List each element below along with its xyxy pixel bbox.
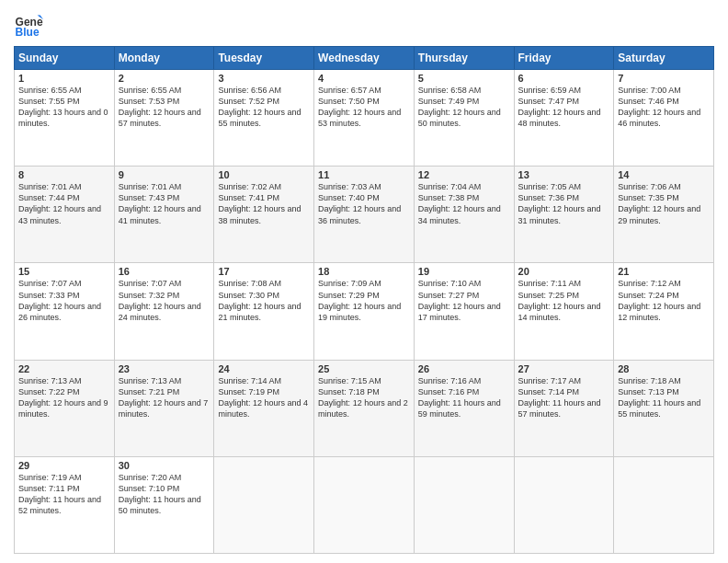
calendar-cell: 26Sunrise: 7:16 AMSunset: 7:16 PMDayligh… — [414, 360, 514, 456]
day-number: 27 — [518, 363, 610, 374]
calendar-cell — [314, 456, 415, 553]
cell-info: Sunrise: 7:08 AMSunset: 7:30 PMDaylight:… — [218, 279, 301, 321]
calendar-cell: 19Sunrise: 7:10 AMSunset: 7:27 PMDayligh… — [414, 263, 514, 360]
calendar-cell: 7Sunrise: 7:00 AMSunset: 7:46 PMDaylight… — [614, 70, 714, 167]
calendar-header-cell: Tuesday — [214, 47, 314, 70]
cell-info: Sunrise: 7:07 AMSunset: 7:32 PMDaylight:… — [119, 279, 201, 321]
calendar-cell: 14Sunrise: 7:06 AMSunset: 7:35 PMDayligh… — [614, 167, 714, 263]
day-number: 10 — [218, 169, 310, 180]
calendar-cell: 29Sunrise: 7:19 AMSunset: 7:11 PMDayligh… — [15, 456, 115, 553]
cell-info: Sunrise: 7:02 AMSunset: 7:41 PMDaylight:… — [218, 182, 301, 224]
calendar-cell — [414, 456, 514, 553]
calendar-cell: 30Sunrise: 7:20 AMSunset: 7:10 PMDayligh… — [114, 456, 214, 553]
cell-info: Sunrise: 7:13 AMSunset: 7:21 PMDaylight:… — [119, 376, 209, 419]
day-number: 29 — [18, 460, 110, 471]
day-number: 17 — [218, 266, 310, 277]
calendar-header-cell: Thursday — [414, 47, 514, 70]
day-number: 5 — [418, 73, 510, 84]
svg-text:Blue: Blue — [16, 26, 40, 39]
calendar: SundayMondayTuesdayWednesdayThursdayFrid… — [14, 46, 714, 554]
calendar-cell: 12Sunrise: 7:04 AMSunset: 7:38 PMDayligh… — [414, 167, 514, 263]
calendar-cell: 11Sunrise: 7:03 AMSunset: 7:40 PMDayligh… — [314, 167, 415, 263]
day-number: 15 — [18, 266, 110, 277]
day-number: 19 — [418, 266, 510, 277]
calendar-cell: 15Sunrise: 7:07 AMSunset: 7:33 PMDayligh… — [15, 263, 115, 360]
day-number: 12 — [418, 169, 510, 180]
calendar-cell: 25Sunrise: 7:15 AMSunset: 7:18 PMDayligh… — [314, 360, 415, 456]
cell-info: Sunrise: 7:12 AMSunset: 7:24 PMDaylight:… — [618, 279, 700, 321]
day-number: 18 — [318, 266, 410, 277]
day-number: 30 — [119, 460, 210, 471]
day-number: 4 — [318, 73, 410, 84]
calendar-cell: 10Sunrise: 7:02 AMSunset: 7:41 PMDayligh… — [214, 167, 314, 263]
cell-info: Sunrise: 7:03 AMSunset: 7:40 PMDaylight:… — [318, 182, 401, 224]
calendar-cell: 9Sunrise: 7:01 AMSunset: 7:43 PMDaylight… — [114, 167, 214, 263]
day-number: 14 — [618, 169, 710, 180]
cell-info: Sunrise: 6:59 AMSunset: 7:47 PMDaylight:… — [518, 86, 601, 128]
calendar-week-row: 22Sunrise: 7:13 AMSunset: 7:22 PMDayligh… — [15, 360, 714, 456]
cell-info: Sunrise: 7:16 AMSunset: 7:16 PMDaylight:… — [418, 376, 501, 419]
day-number: 26 — [418, 363, 510, 374]
calendar-cell: 4Sunrise: 6:57 AMSunset: 7:50 PMDaylight… — [314, 70, 415, 167]
calendar-cell: 6Sunrise: 6:59 AMSunset: 7:47 PMDaylight… — [514, 70, 614, 167]
day-number: 25 — [318, 363, 410, 374]
calendar-cell: 2Sunrise: 6:55 AMSunset: 7:53 PMDaylight… — [114, 70, 214, 167]
day-number: 23 — [119, 363, 210, 374]
cell-info: Sunrise: 7:14 AMSunset: 7:19 PMDaylight:… — [218, 376, 308, 419]
calendar-cell: 24Sunrise: 7:14 AMSunset: 7:19 PMDayligh… — [214, 360, 314, 456]
logo-icon: General Blue — [14, 9, 43, 39]
day-number: 1 — [18, 73, 110, 84]
cell-info: Sunrise: 7:10 AMSunset: 7:27 PMDaylight:… — [418, 279, 501, 321]
cell-info: Sunrise: 7:18 AMSunset: 7:13 PMDaylight:… — [618, 376, 700, 419]
day-number: 28 — [618, 363, 710, 374]
calendar-week-row: 8Sunrise: 7:01 AMSunset: 7:44 PMDaylight… — [15, 167, 714, 263]
calendar-header-row: SundayMondayTuesdayWednesdayThursdayFrid… — [15, 47, 714, 70]
day-number: 3 — [218, 73, 310, 84]
cell-info: Sunrise: 7:11 AMSunset: 7:25 PMDaylight:… — [518, 279, 601, 321]
day-number: 21 — [618, 266, 710, 277]
cell-info: Sunrise: 6:57 AMSunset: 7:50 PMDaylight:… — [318, 86, 401, 128]
cell-info: Sunrise: 7:07 AMSunset: 7:33 PMDaylight:… — [18, 279, 101, 321]
cell-info: Sunrise: 7:09 AMSunset: 7:29 PMDaylight:… — [318, 279, 401, 321]
cell-info: Sunrise: 7:13 AMSunset: 7:22 PMDaylight:… — [18, 376, 108, 419]
day-number: 13 — [518, 169, 610, 180]
cell-info: Sunrise: 7:19 AMSunset: 7:11 PMDaylight:… — [18, 473, 101, 515]
calendar-cell: 27Sunrise: 7:17 AMSunset: 7:14 PMDayligh… — [514, 360, 614, 456]
cell-info: Sunrise: 6:58 AMSunset: 7:49 PMDaylight:… — [418, 86, 501, 128]
day-number: 20 — [518, 266, 610, 277]
calendar-cell — [514, 456, 614, 553]
day-number: 16 — [119, 266, 210, 277]
cell-info: Sunrise: 7:15 AMSunset: 7:18 PMDaylight:… — [318, 376, 408, 419]
calendar-body: 1Sunrise: 6:55 AMSunset: 7:55 PMDaylight… — [15, 70, 714, 554]
calendar-header-cell: Friday — [514, 47, 614, 70]
calendar-week-row: 1Sunrise: 6:55 AMSunset: 7:55 PMDaylight… — [15, 70, 714, 167]
day-number: 6 — [518, 73, 610, 84]
calendar-cell: 5Sunrise: 6:58 AMSunset: 7:49 PMDaylight… — [414, 70, 514, 167]
cell-info: Sunrise: 7:17 AMSunset: 7:14 PMDaylight:… — [518, 376, 601, 419]
logo: General Blue — [14, 9, 47, 39]
cell-info: Sunrise: 7:04 AMSunset: 7:38 PMDaylight:… — [418, 182, 501, 224]
calendar-cell: 23Sunrise: 7:13 AMSunset: 7:21 PMDayligh… — [114, 360, 214, 456]
day-number: 11 — [318, 169, 410, 180]
calendar-cell: 16Sunrise: 7:07 AMSunset: 7:32 PMDayligh… — [114, 263, 214, 360]
calendar-week-row: 15Sunrise: 7:07 AMSunset: 7:33 PMDayligh… — [15, 263, 714, 360]
calendar-cell: 17Sunrise: 7:08 AMSunset: 7:30 PMDayligh… — [214, 263, 314, 360]
calendar-week-row: 29Sunrise: 7:19 AMSunset: 7:11 PMDayligh… — [15, 456, 714, 553]
calendar-cell: 18Sunrise: 7:09 AMSunset: 7:29 PMDayligh… — [314, 263, 415, 360]
calendar-cell — [614, 456, 714, 553]
cell-info: Sunrise: 7:01 AMSunset: 7:44 PMDaylight:… — [18, 182, 101, 224]
cell-info: Sunrise: 6:55 AMSunset: 7:53 PMDaylight:… — [119, 86, 201, 128]
calendar-header-cell: Saturday — [614, 47, 714, 70]
day-number: 9 — [119, 169, 210, 180]
calendar-cell: 22Sunrise: 7:13 AMSunset: 7:22 PMDayligh… — [15, 360, 115, 456]
day-number: 7 — [618, 73, 710, 84]
cell-info: Sunrise: 7:20 AMSunset: 7:10 PMDaylight:… — [119, 473, 201, 515]
cell-info: Sunrise: 7:06 AMSunset: 7:35 PMDaylight:… — [618, 182, 700, 224]
calendar-header-cell: Monday — [114, 47, 214, 70]
day-number: 8 — [18, 169, 110, 180]
calendar-cell: 28Sunrise: 7:18 AMSunset: 7:13 PMDayligh… — [614, 360, 714, 456]
cell-info: Sunrise: 6:55 AMSunset: 7:55 PMDaylight:… — [18, 86, 108, 128]
calendar-header-cell: Wednesday — [314, 47, 415, 70]
day-number: 24 — [218, 363, 310, 374]
header: General Blue — [14, 9, 714, 39]
